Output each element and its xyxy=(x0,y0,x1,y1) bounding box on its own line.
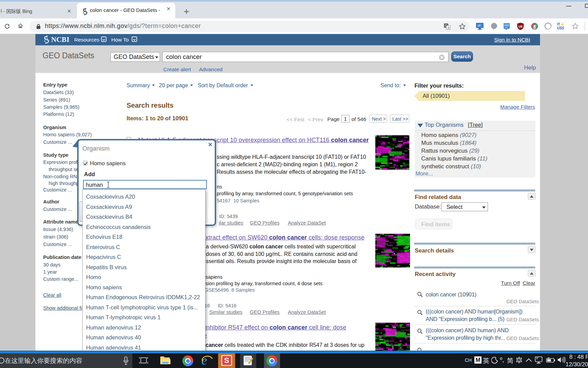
svg-text:IT: IT xyxy=(478,24,480,27)
svg-text:文: 文 xyxy=(447,26,450,29)
svg-text:ms: ms xyxy=(505,26,508,28)
svg-text:U0: U0 xyxy=(519,25,523,28)
